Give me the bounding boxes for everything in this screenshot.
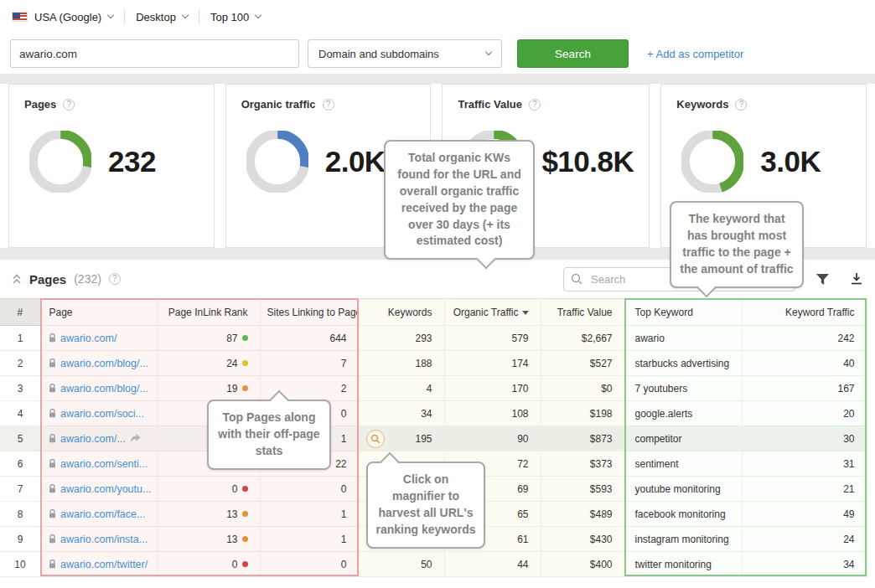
page-cell: awario.com/insta... <box>40 527 158 552</box>
depth-selector[interactable]: Top 100 <box>210 11 261 23</box>
row-number: 3 <box>0 376 40 401</box>
keywords-cell: 4 <box>359 376 444 401</box>
top-keyword-cell: instagram monitoring <box>624 527 742 552</box>
rank-dot <box>242 486 248 492</box>
card-value: 3.0K <box>760 145 821 178</box>
col-header-sites-linking[interactable]: Sites Linking to Page <box>260 299 359 326</box>
top-keyword-cell: twitter monitoring <box>624 552 742 577</box>
inlink-rank-cell: 13 <box>158 502 260 527</box>
top-keyword-cell: awario <box>624 326 742 351</box>
page-link[interactable]: awario.com/soci... <box>60 408 144 420</box>
search-button[interactable]: Search <box>517 39 629 68</box>
keywords-cell: 34 <box>359 401 444 426</box>
page-cell: awario.com/blog/... <box>40 376 158 401</box>
domain-input[interactable] <box>10 39 299 68</box>
page-link[interactable]: awario.com/blog/... <box>60 358 148 369</box>
keyword-traffic-cell: 242 <box>742 326 867 351</box>
page-link[interactable]: awario.com/twitter/ <box>60 559 148 570</box>
traffic-value-cell: $198 <box>541 401 624 426</box>
help-icon[interactable]: ? <box>735 99 747 111</box>
inlink-rank-cell: 19 <box>158 376 260 401</box>
page-link[interactable]: awario.com/ <box>60 333 116 344</box>
usa-flag-icon <box>12 12 28 22</box>
traffic-value-cell: $0 <box>541 376 624 401</box>
rank-dot <box>242 561 248 567</box>
card-title: Keywords <box>676 98 728 111</box>
card-title: Pages <box>24 98 56 111</box>
table-row: 10awario.com/twitter/005044$400twitter m… <box>0 552 867 577</box>
col-header-page[interactable]: Page <box>40 299 158 326</box>
search-icon <box>571 273 583 286</box>
traffic-value-cell: $2,667 <box>541 326 624 351</box>
help-icon[interactable]: ? <box>109 273 121 285</box>
page-link[interactable]: awario.com/face... <box>60 508 145 520</box>
rank-dot <box>242 360 248 366</box>
lock-icon <box>49 434 56 443</box>
col-header-keywords[interactable]: Keywords <box>359 299 444 326</box>
donut-chart <box>246 131 308 193</box>
lock-icon <box>49 560 56 569</box>
inlink-rank-cell: 0 <box>158 477 260 502</box>
traffic-value-cell: $527 <box>541 351 624 376</box>
keywords-cell: 50 <box>359 552 444 577</box>
table-row: 1awario.com/87644293579$2,667awario242 <box>0 326 867 351</box>
sites-linking-cell: 1 <box>260 527 359 552</box>
traffic-value-cell: $430 <box>541 527 624 552</box>
help-icon[interactable]: ? <box>323 99 334 111</box>
help-icon[interactable]: ? <box>63 99 75 111</box>
top-keyword-cell: facebook monitoring <box>624 502 742 527</box>
row-number: 2 <box>0 351 40 376</box>
seo-pages-report: USA (Google) Desktop Top 100 Domain and … <box>0 0 875 588</box>
top-keyword-cell: sentiment <box>624 451 742 477</box>
row-number: 9 <box>0 527 40 552</box>
keyword-traffic-cell: 34 <box>742 552 867 577</box>
table-header-row: # Page Page InLink Rank Sites Linking to… <box>0 299 867 326</box>
help-icon[interactable]: ? <box>529 99 541 111</box>
chevron-down-icon <box>485 49 492 55</box>
sites-linking-cell: 644 <box>260 326 359 351</box>
page-link[interactable]: awario.com/blog/... <box>60 383 148 395</box>
table-row: 5awario.com/...119590$873competitor30 <box>0 426 867 451</box>
page-link[interactable]: awario.com/insta... <box>60 534 148 545</box>
tooltip-organic-info: Total organic KWs found for the URL and … <box>384 140 535 260</box>
download-icon[interactable] <box>850 272 863 286</box>
col-header-traffic-value[interactable]: Traffic Value <box>541 299 624 326</box>
row-number: 4 <box>0 401 40 426</box>
col-header-keyword-traffic[interactable]: Keyword Traffic <box>742 299 867 326</box>
traffic-value-cell: $593 <box>541 477 624 502</box>
chevron-down-icon <box>182 12 189 18</box>
divider <box>124 9 125 24</box>
harvest-magnifier-icon[interactable] <box>366 430 385 448</box>
table-row: 4awario.com/soci...034108$198google.aler… <box>0 401 867 426</box>
col-header-top-keyword[interactable]: Top Keyword <box>624 299 742 326</box>
page-cell: awario.com/face... <box>40 502 158 527</box>
table-row: 3awario.com/blog/...1924170$07 youtubers… <box>0 376 867 401</box>
inlink-rank-cell: 0 <box>158 552 260 577</box>
page-link[interactable]: awario.com/senti... <box>60 458 148 470</box>
add-competitor-link[interactable]: + Add as competitor <box>647 48 743 60</box>
device-label: Desktop <box>136 11 176 23</box>
region-selector[interactable]: USA (Google) <box>12 11 113 23</box>
organic-traffic-cell: 108 <box>444 401 541 426</box>
device-selector[interactable]: Desktop <box>136 11 188 23</box>
traffic-value-cell: $373 <box>541 451 624 477</box>
scope-select[interactable]: Domain and subdomains <box>308 39 502 68</box>
donut-chart <box>29 131 91 193</box>
col-header-organic-traffic[interactable]: Organic Traffic <box>444 299 541 326</box>
col-header-inlink-rank[interactable]: Page InLink Rank <box>158 299 260 326</box>
donut-chart <box>681 131 743 193</box>
page-link[interactable]: awario.com/... <box>60 433 126 445</box>
page-cell: awario.com/soci... <box>40 401 158 426</box>
keywords-cell: 195 <box>359 426 444 451</box>
row-number: 10 <box>0 552 40 577</box>
sites-linking-cell: 1 <box>260 502 359 527</box>
page-cell: awario.com/... <box>40 426 158 451</box>
chevron-down-icon <box>107 12 114 18</box>
traffic-value-cell: $489 <box>541 502 624 527</box>
filter-icon[interactable] <box>815 273 830 286</box>
search-bar: Domain and subdomains Search + Add as co… <box>0 34 875 74</box>
col-header-num[interactable]: # <box>0 299 40 326</box>
page-link[interactable]: awario.com/youtu... <box>60 483 151 495</box>
scope-value: Domain and subdomains <box>318 48 439 60</box>
collapse-icon[interactable] <box>12 273 22 286</box>
